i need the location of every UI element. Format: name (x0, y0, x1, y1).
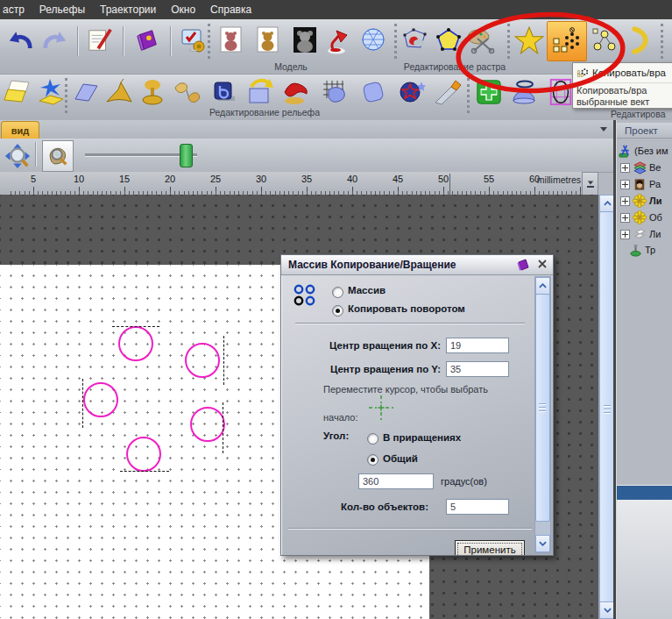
group-label-raster: Редактирование растра (404, 61, 506, 72)
selection-dash-segment (112, 326, 159, 327)
separator (170, 26, 171, 56)
ruler-options-button[interactable] (582, 172, 598, 196)
panel-section-bar[interactable] (617, 485, 672, 501)
vector-circle[interactable] (83, 382, 118, 417)
polygon-nodes-icon[interactable] (433, 25, 464, 56)
menu-item-raster[interactable]: астр (3, 4, 25, 16)
b-block-icon[interactable] (209, 76, 240, 108)
dialog-close-icon[interactable] (537, 259, 548, 271)
thumb-grip (604, 405, 611, 406)
object-count-input[interactable] (446, 499, 509, 515)
edit-notes-icon[interactable] (84, 25, 116, 56)
tree-item-label: Ли (649, 196, 661, 206)
expand-plus-icon[interactable] (620, 180, 630, 189)
hands-icon[interactable] (172, 76, 203, 108)
thumb-grip (539, 407, 546, 408)
tree-item-relief-front[interactable]: Ли (620, 193, 661, 209)
center-y-input[interactable] (446, 361, 509, 377)
ruler-units-label: millimetres (537, 174, 581, 185)
mushroom-icon[interactable] (137, 76, 168, 108)
plane-icon[interactable] (70, 76, 102, 108)
expand-plus-icon[interactable] (620, 196, 630, 206)
radio-total[interactable] (367, 454, 378, 466)
dialog-scrollbar[interactable] (534, 276, 551, 553)
zoom-slider-handle[interactable] (180, 144, 193, 167)
ruler-tick: 20 (165, 174, 175, 184)
tree-item-root[interactable]: (Без им (618, 143, 668, 159)
ruler-tick: 40 (347, 174, 357, 184)
project-panel: Проект (Без им Ве Ра Ли Об Ли (616, 120, 672, 619)
radio-incremental[interactable] (367, 433, 378, 445)
scroll-down-button[interactable] (535, 535, 550, 552)
angle-label: Угол: (323, 430, 349, 441)
scrollbar-thumb[interactable] (535, 294, 550, 522)
undo-icon[interactable] (5, 25, 37, 56)
options-icon[interactable] (177, 25, 209, 56)
vector-circle[interactable] (118, 326, 153, 361)
dialog-title-bar[interactable]: Массив Копирование/Вращение (281, 255, 553, 275)
ruler-tick: 35 (301, 174, 312, 184)
project-panel-title: Проект (625, 125, 658, 136)
model-open-icon[interactable] (252, 25, 284, 56)
help-book-icon[interactable] (131, 25, 163, 56)
vector-circle[interactable] (190, 407, 225, 442)
model-photo-icon[interactable] (289, 25, 321, 56)
wrap-arrow-icon[interactable] (244, 76, 275, 108)
menu-item-window[interactable]: Окно (171, 4, 195, 16)
center-y-label: Центр вращения по Y: (302, 364, 441, 374)
zoom-fit-icon[interactable] (2, 140, 33, 172)
add-relief-icon[interactable] (473, 76, 505, 108)
redo-icon[interactable] (39, 25, 70, 56)
tree-item-relief-back[interactable]: Об (620, 210, 662, 225)
center-x-input[interactable] (446, 338, 509, 353)
sphere-star-icon[interactable] (396, 76, 428, 108)
sheets-icon[interactable] (2, 76, 33, 108)
tree-item-sheets[interactable]: Ли (620, 226, 661, 242)
tree-item-bitmap[interactable]: Ра (620, 176, 661, 192)
tooltip-line-1: Копировать/вра (577, 85, 672, 96)
radio-array[interactable] (332, 287, 343, 298)
menu-item-reliefs[interactable]: Рельефы (39, 4, 85, 16)
palette-scissors-icon[interactable] (464, 25, 496, 56)
mesh-sphere-icon[interactable] (357, 25, 389, 56)
menu-item-toolpaths[interactable]: Траектории (100, 4, 156, 16)
radio-copy-rotate[interactable] (332, 305, 343, 317)
smooth-square-icon[interactable] (357, 76, 389, 108)
splash-icon[interactable] (35, 76, 67, 108)
radio-array-label[interactable]: Массив (348, 285, 386, 295)
lamp-icon[interactable] (322, 25, 354, 56)
expand-plus-icon[interactable] (620, 163, 630, 173)
canvas-vertical-scrollbar[interactable] (598, 195, 614, 619)
tab-view[interactable]: вид (1, 121, 39, 139)
volcano-icon[interactable] (103, 76, 135, 108)
group-separator (467, 78, 472, 113)
expand-plus-icon[interactable] (620, 213, 630, 223)
tree-item-toolpaths[interactable]: Тр (628, 242, 655, 258)
angle-input[interactable] (358, 473, 434, 489)
menu-item-help[interactable]: Справка (210, 4, 251, 16)
scroll-up-button[interactable] (535, 277, 550, 295)
paste-along-vector-icon[interactable] (589, 25, 620, 56)
tree-item-label: (Без им (634, 146, 668, 156)
vector-circle[interactable] (126, 437, 161, 472)
radio-incremental-label[interactable]: В приращениях (383, 432, 461, 443)
expand-plus-icon[interactable] (620, 230, 630, 239)
chisel-icon[interactable] (431, 76, 463, 108)
dialog-help-book-icon[interactable] (516, 258, 530, 274)
radio-total-label[interactable]: Общий (383, 453, 418, 464)
vector-circle[interactable] (185, 343, 220, 378)
drape-icon[interactable] (280, 76, 312, 108)
model-new-icon[interactable] (216, 25, 247, 56)
block-copy-rotate-icon[interactable] (547, 21, 587, 61)
arc-icon[interactable] (624, 25, 655, 56)
pillow-wireframe-icon[interactable] (319, 76, 350, 108)
chevron-down-icon[interactable] (600, 127, 607, 132)
apply-button[interactable]: Применить (455, 540, 525, 556)
ruler-tick: 55 (484, 174, 494, 184)
vector-paint-icon[interactable] (400, 25, 431, 56)
radio-copy-rotate-label[interactable]: Копировать поворотом (348, 303, 465, 314)
star-icon[interactable] (513, 25, 545, 56)
tree-item-vectors[interactable]: Ве (620, 160, 661, 175)
zoom-objects-icon[interactable] (42, 140, 74, 172)
dome-halo-icon[interactable] (508, 76, 540, 108)
